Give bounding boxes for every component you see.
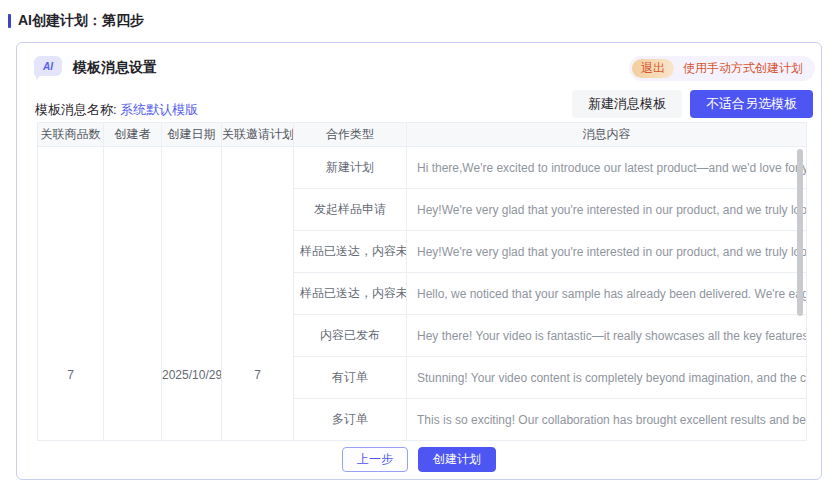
cell-coop-type: 多订单	[294, 399, 407, 441]
table-header-row: 关联商品数 创建者 创建日期 关联邀请计划数 合作类型 消息内容	[38, 123, 807, 147]
template-name-label: 模板消息名称:	[35, 102, 117, 117]
previous-step-button[interactable]: 上一步	[342, 447, 408, 472]
cell-message-content: Hello, we noticed that your sample has a…	[407, 273, 807, 315]
page-heading: AI创建计划：第四步	[8, 12, 144, 30]
cell-coop-type: 发起样品申请	[294, 189, 407, 231]
col-header-message-content: 消息内容	[407, 123, 807, 147]
ai-badge-label: AI	[43, 61, 53, 72]
panel-title: 模板消息设置	[73, 59, 157, 77]
template-name-row: 模板消息名称: 系统默认模版	[35, 101, 198, 119]
col-header-creator: 创建者	[104, 123, 162, 147]
mode-switch-pill: 退出 使用手动方式创建计划	[629, 56, 815, 81]
cell-coop-type: 有订单	[294, 357, 407, 399]
cell-creator	[104, 147, 162, 441]
cell-invite-plan-count: 7	[222, 147, 294, 441]
col-header-create-date: 创建日期	[162, 123, 222, 147]
template-message-table: 关联商品数 创建者 创建日期 关联邀请计划数 合作类型 消息内容 7 2025/…	[37, 122, 807, 441]
cell-coop-type: 新建计划	[294, 147, 407, 189]
manual-mode-link[interactable]: 使用手动方式创建计划	[683, 60, 803, 77]
ai-badge-icon: AI	[34, 56, 62, 76]
footer-actions: 上一步 创建计划	[17, 447, 821, 472]
page-title: AI创建计划：第四步	[18, 12, 144, 30]
cell-message-content: This is so exciting! Our collaboration h…	[407, 399, 807, 441]
template-message-panel: AI 模板消息设置 退出 使用手动方式创建计划 模板消息名称: 系统默认模版 新…	[16, 42, 822, 480]
cell-product-count: 7	[38, 147, 104, 441]
col-header-coop-type: 合作类型	[294, 123, 407, 147]
cell-coop-type: 样品已送达，内容未发布1	[294, 231, 407, 273]
cell-message-content: Hey!We're very glad that you're interest…	[407, 189, 807, 231]
cell-message-content: Stunning! Your video content is complete…	[407, 357, 807, 399]
choose-other-template-button[interactable]: 不适合另选模板	[690, 90, 813, 118]
col-header-invite-plan-count: 关联邀请计划数	[222, 123, 294, 147]
cell-create-date: 2025/10/29	[162, 147, 222, 441]
template-actions: 新建消息模板 不适合另选模板	[572, 90, 813, 118]
cell-message-content: Hey!We're very glad that you're interest…	[407, 231, 807, 273]
heading-accent-bar	[8, 14, 11, 28]
table-scrollbar-thumb[interactable]	[797, 149, 803, 316]
exit-button[interactable]: 退出	[632, 59, 674, 78]
create-plan-button[interactable]: 创建计划	[418, 447, 496, 472]
cell-coop-type: 样品已送达，内容未发布2	[294, 273, 407, 315]
col-header-product-count: 关联商品数	[38, 123, 104, 147]
table-body: 7 2025/10/29 7 新建计划 Hi there,We're excit…	[38, 147, 807, 441]
cell-message-content: Hi there,We're excited to introduce our …	[407, 147, 807, 189]
new-message-template-button[interactable]: 新建消息模板	[572, 90, 682, 118]
table-row: 7 2025/10/29 7 新建计划 Hi there,We're excit…	[38, 147, 807, 189]
cell-coop-type: 内容已发布	[294, 315, 407, 357]
template-name-link[interactable]: 系统默认模版	[120, 102, 198, 117]
cell-message-content: Hey there! Your video is fantastic—it re…	[407, 315, 807, 357]
